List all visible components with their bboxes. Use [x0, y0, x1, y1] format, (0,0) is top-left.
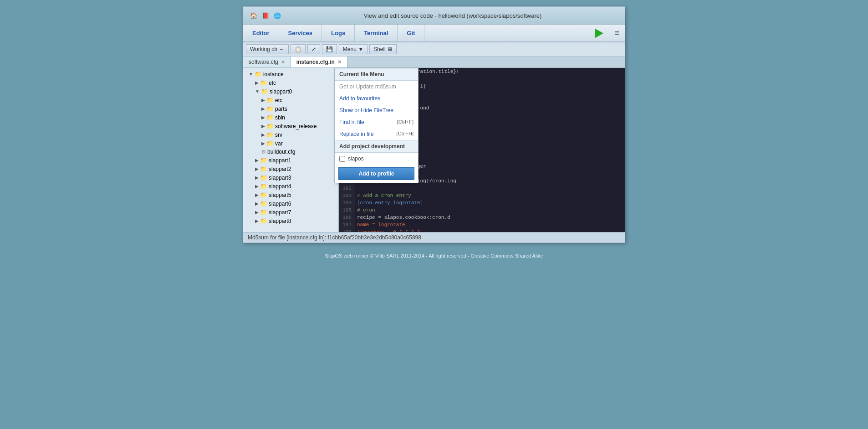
tabs-bar: software.cfg ✕ instance.cfg.in ✕	[243, 57, 625, 68]
menu-item-replace-label: Replace in file	[339, 131, 373, 137]
tree-item-slappart4[interactable]: ▶ 📁 slappart4	[243, 182, 338, 191]
line-num-198: 198	[339, 229, 355, 232]
tree-item-software-release[interactable]: ▶ 📁 software_release	[243, 122, 338, 130]
slapos-checkbox[interactable]	[339, 156, 345, 162]
tree-label: slappart6	[269, 201, 291, 207]
menu-item-replace[interactable]: Replace in file [Ctrl+H]	[335, 128, 418, 140]
tree-item-slappart7[interactable]: ▶ 📁 slappart7	[243, 208, 338, 217]
tab-close-software-cfg[interactable]: ✕	[281, 59, 285, 65]
globe-icon[interactable]: 🌐	[272, 10, 282, 21]
menu-button[interactable]: Menu ▼	[339, 44, 368, 54]
arrow-right-icon-8: ▶	[255, 158, 259, 163]
code-line-197: 197 name = logrotate	[339, 222, 625, 229]
line-content-197: name = logrotate	[355, 222, 405, 229]
folder-icon-instance: 📁	[255, 71, 262, 78]
tab-close-instance-cfg-in[interactable]: ✕	[337, 59, 342, 65]
folder-icon-slappart6: 📁	[260, 200, 267, 207]
nav-services[interactable]: Services	[279, 25, 322, 41]
menu-item-find[interactable]: Find in file [Ctrl+F]	[335, 116, 418, 128]
tree-item-slappart5[interactable]: ▶ 📁 slappart5	[243, 191, 338, 199]
folder-icon-slappart3: 📁	[260, 174, 267, 181]
arrow-right-icon-12: ▶	[255, 192, 259, 197]
tree-item-slappart1[interactable]: ▶ 📁 slappart1	[243, 156, 338, 165]
tree-item-slappart2[interactable]: ▶ 📁 slappart2	[243, 165, 338, 173]
tree-item-sbin[interactable]: ▶ 📁 sbin	[243, 113, 338, 122]
tree-label: var	[275, 140, 283, 147]
home-icon[interactable]: 🏠	[249, 10, 259, 21]
status-text: Md5sum for file [instance.cfg.in]: f1cbb…	[248, 234, 421, 241]
tree-label: srv	[275, 132, 282, 138]
tree-item-parts[interactable]: ▶ 📁 parts	[243, 104, 338, 113]
folder-icon-slappart1: 📁	[260, 157, 267, 164]
menu-item-add-favourites[interactable]: Add to favourites	[335, 93, 418, 104]
nav-terminal[interactable]: Terminal	[355, 25, 398, 41]
tree-label: slappart0	[270, 88, 292, 95]
arrow-right-icon-9: ▶	[255, 166, 259, 171]
tab-label-software-cfg: software.cfg	[249, 59, 278, 65]
line-num-197: 197	[339, 222, 355, 229]
file-tree[interactable]: ▼ 📁 instance ▶ 📁 etc ▼ 📁 slappart0 ▶ 📁	[243, 68, 339, 232]
clipboard-button[interactable]: 📋	[291, 44, 306, 54]
tree-label: slappart2	[269, 166, 291, 172]
tree-item-srv[interactable]: ▶ 📁 srv	[243, 130, 338, 139]
code-line-198: 198 frequency = 0 * * * *	[339, 229, 625, 232]
bookmark-icon[interactable]: 📕	[260, 10, 271, 21]
hamburger-menu-button[interactable]: ≡	[609, 25, 625, 41]
line-content-198: frequency = 0 * * * *	[355, 229, 420, 232]
tree-item-etc-2[interactable]: ▶ 📁 etc	[243, 96, 338, 104]
add-profile-button[interactable]: Add to profile	[338, 167, 414, 180]
expand-button[interactable]: ⤢	[307, 44, 320, 54]
footer: SlapOS web runner © Vifib SARL 2011-2014…	[0, 249, 868, 262]
tree-label: parts	[275, 106, 287, 112]
arrow-down-icon-2: ▼	[255, 89, 260, 94]
tree-label: etc	[269, 80, 276, 86]
arrow-down-icon: ▼	[249, 72, 253, 77]
tree-label: etc	[275, 97, 282, 103]
tree-item-instance[interactable]: ▼ 📁 instance	[243, 70, 338, 78]
folder-icon-etc1: 📁	[260, 79, 267, 86]
tab-label-instance-cfg-in: instance.cfg.in	[296, 59, 335, 65]
code-line-192: 192	[339, 186, 625, 193]
tree-label: slappart7	[269, 209, 291, 216]
arrow-right-icon-11: ▶	[255, 184, 259, 189]
nav-logs[interactable]: Logs	[322, 25, 355, 41]
tree-item-etc-1[interactable]: ▶ 📁 etc	[243, 78, 338, 87]
tab-instance-cfg-in[interactable]: instance.cfg.in ✕	[291, 57, 347, 67]
folder-icon-sbin: 📁	[266, 114, 274, 121]
nav-git[interactable]: Git	[398, 25, 424, 41]
tree-item-slappart0[interactable]: ▼ 📁 slappart0	[243, 87, 338, 96]
menu-item-md5sum[interactable]: Get or Update md5sum	[335, 81, 418, 93]
arrow-right-icon-2: ▶	[261, 98, 265, 103]
tree-item-slappart3[interactable]: ▶ 📁 slappart3	[243, 173, 338, 182]
editor-area: Working dir ↔ 📋 ⤢ 💾 Menu ▼ Shell 🖥 softw…	[243, 42, 625, 243]
tree-item-buildout-cfg[interactable]: ⚙ buildout.cfg	[243, 148, 338, 156]
menu-checkbox-slapos[interactable]: slapos	[335, 153, 418, 165]
title-bar: 🏠 📕 🌐 View and edit source code - hellow…	[243, 7, 625, 25]
tab-software-cfg[interactable]: software.cfg ✕	[243, 57, 291, 67]
nav-bar: Editor Services Logs Terminal Git ≡	[243, 25, 625, 42]
line-content-192	[355, 186, 357, 193]
shell-button[interactable]: Shell 🖥	[369, 44, 397, 54]
title-icons: 🏠 📕 🌐	[249, 10, 282, 21]
nav-editor[interactable]: Editor	[243, 25, 279, 41]
checkbox-label: slapos	[348, 155, 364, 162]
working-dir-button[interactable]: Working dir ↔	[246, 44, 289, 54]
folder-icon-slappart5: 📁	[260, 191, 267, 198]
nav-spacer	[424, 25, 590, 41]
tree-label: slappart5	[269, 192, 291, 198]
save-button[interactable]: 💾	[322, 44, 337, 54]
line-content-196: recipe = slapos.cookbook:cron.d	[355, 215, 450, 222]
tree-label: buildout.cfg	[267, 149, 295, 155]
menu-item-show-hide-filetree[interactable]: Show or Hide FileTree	[335, 104, 418, 116]
run-button[interactable]	[590, 25, 609, 41]
tree-item-slappart6[interactable]: ▶ 📁 slappart6	[243, 199, 338, 208]
line-num-193: 193	[339, 193, 355, 200]
code-line-196: 196 recipe = slapos.cookbook:cron.d	[339, 215, 625, 222]
tree-item-var[interactable]: ▶ 📁 var	[243, 139, 338, 148]
tree-item-slappart8[interactable]: ▶ 📁 slappart8	[243, 217, 338, 225]
menu-section-header: Add project development	[335, 140, 418, 153]
folder-icon-slappart7: 📁	[260, 209, 267, 216]
folder-icon-slappart0: 📁	[261, 88, 268, 95]
line-content-194: [cron-entry-logrotate]	[355, 200, 423, 207]
tree-label: slappart4	[269, 183, 291, 190]
